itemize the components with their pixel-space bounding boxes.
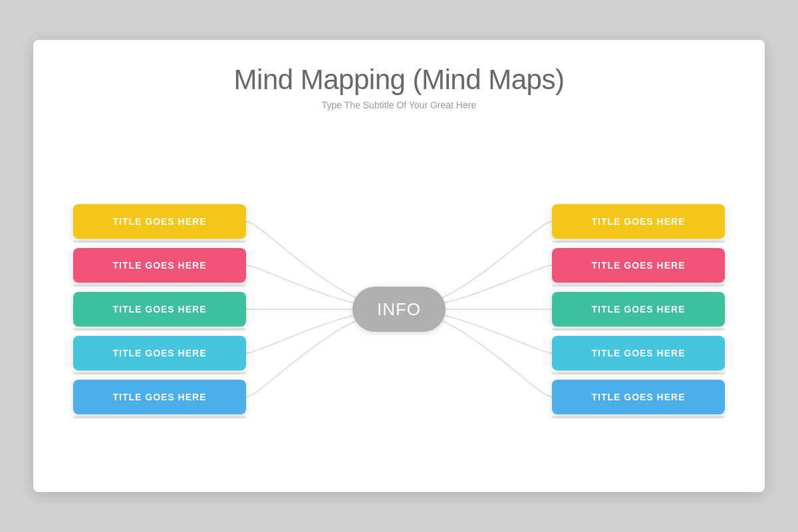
left-node-1[interactable]: TITLE GOES HERE <box>73 204 246 239</box>
main-title: Mind Mapping (Mind Maps) <box>33 64 765 96</box>
center-node: INFO <box>352 287 446 332</box>
left-nodes: TITLE GOES HERETITLE GOES HERETITLE GOES… <box>73 126 246 492</box>
left-node-2[interactable]: TITLE GOES HERE <box>73 248 246 283</box>
right-node-4[interactable]: TITLE GOES HERE <box>552 336 725 370</box>
right-nodes: TITLE GOES HERETITLE GOES HERETITLE GOES… <box>552 126 725 492</box>
slide: Mind Mapping (Mind Maps) Type The Subtit… <box>33 40 765 492</box>
mind-map-container: TITLE GOES HERETITLE GOES HERETITLE GOES… <box>33 126 765 492</box>
right-node-3[interactable]: TITLE GOES HERE <box>552 292 725 327</box>
header: Mind Mapping (Mind Maps) Type The Subtit… <box>33 40 765 110</box>
center-label: INFO <box>377 299 421 320</box>
right-node-1[interactable]: TITLE GOES HERE <box>552 204 725 239</box>
subtitle: Type The Subtitle Of Your Great Here <box>33 100 765 110</box>
left-node-3[interactable]: TITLE GOES HERE <box>73 292 246 327</box>
left-node-4[interactable]: TITLE GOES HERE <box>73 336 246 370</box>
left-node-5[interactable]: TITLE GOES HERE <box>73 380 246 414</box>
right-node-2[interactable]: TITLE GOES HERE <box>552 248 725 283</box>
right-node-5[interactable]: TITLE GOES HERE <box>552 380 725 414</box>
